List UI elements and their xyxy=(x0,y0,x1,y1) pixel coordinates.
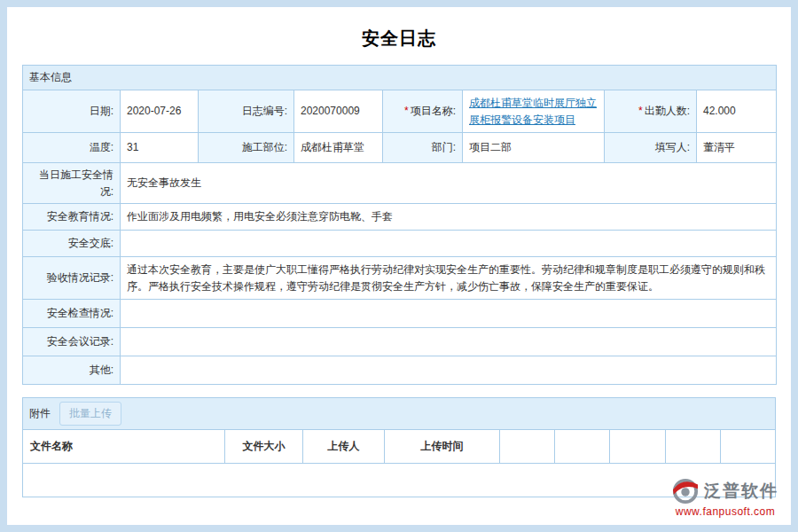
field-label: 验收情况记录: xyxy=(23,257,121,300)
detail-row-safety-inspection: 安全检查情况: xyxy=(23,300,777,328)
form-row-2: 温度: 31 施工部位: 成都杜甫草堂 部门: 项目二部 填写人: 董清平 xyxy=(23,133,777,163)
column-empty xyxy=(500,429,555,463)
log-number-label: 日志编号: xyxy=(199,90,294,133)
field-value: 无安全事故发生 xyxy=(121,163,777,204)
column-empty xyxy=(555,429,610,463)
writer-label: 填写人: xyxy=(605,133,697,163)
project-name-link[interactable]: 成都杜甫草堂临时展厅独立展柜报警设备安装项目 xyxy=(469,97,597,126)
batch-upload-button[interactable]: 批量上传 xyxy=(59,402,121,426)
column-empty xyxy=(665,429,720,463)
section-header-row: 基本信息 xyxy=(23,66,777,90)
page-title: 安全日志 xyxy=(22,16,776,65)
field-value: 作业面涉及用电频繁，用电安全必须注意穿防电靴、手套 xyxy=(121,204,777,231)
field-label: 当日施工安全情况: xyxy=(23,163,121,204)
detail-row-safety-disclosure: 安全交底: xyxy=(23,231,777,257)
fanpu-logo: 泛普软件 www.fanpusoft.com xyxy=(672,478,778,518)
department-value: 项目二部 xyxy=(463,133,605,163)
detail-row-safety-situation: 当日施工安全情况: 无安全事故发生 xyxy=(23,163,777,204)
field-value xyxy=(121,231,777,257)
column-file-name: 文件名称 xyxy=(23,429,225,463)
attendance-label: *出勤人数: xyxy=(605,90,697,133)
construction-site-label: 施工部位: xyxy=(199,133,294,163)
project-name-cell: 成都杜甫草堂临时展厅独立展柜报警设备安装项目 xyxy=(463,90,605,133)
required-asterisk: * xyxy=(638,105,643,117)
writer-value: 董清平 xyxy=(697,133,777,163)
date-value: 2020-07-26 xyxy=(121,90,199,133)
field-label: 安全教育情况: xyxy=(23,204,121,231)
field-label: 安全检查情况: xyxy=(23,300,121,328)
basic-info-table: 基本信息 日期: 2020-07-26 日志编号: 2020070009 *项目… xyxy=(22,65,777,385)
attachments-table: 附件 批量上传 文件名称 文件大小 上传人 上传时间 xyxy=(22,397,776,497)
field-label: 安全会议记录: xyxy=(23,328,121,356)
department-label: 部门: xyxy=(383,133,463,163)
detail-row-acceptance-record: 验收情况记录: 通过本次安全教育，主要是使广大职工懂得严格执行劳动纪律对实现安全… xyxy=(23,257,777,300)
basic-info-section-title: 基本信息 xyxy=(23,66,777,90)
temperature-label: 温度: xyxy=(23,133,121,163)
field-value xyxy=(121,356,777,385)
content-card: 安全日志 基本信息 日期: 2020-07-26 日志编号: 202007000… xyxy=(7,7,791,525)
field-value xyxy=(121,300,777,328)
detail-row-safety-meeting: 安全会议记录: xyxy=(23,328,777,356)
brand-name: 泛普软件 xyxy=(704,480,778,503)
detail-row-other: 其他: xyxy=(23,356,777,385)
project-name-label: *项目名称: xyxy=(383,90,463,133)
required-asterisk: * xyxy=(404,105,409,117)
column-file-size: 文件大小 xyxy=(225,429,303,463)
detail-row-safety-education: 安全教育情况: 作业面涉及用电频繁，用电安全必须注意穿防电靴、手套 xyxy=(23,204,777,231)
brand-url: www.fanpusoft.com xyxy=(672,505,778,518)
construction-site-value: 成都杜甫草堂 xyxy=(294,133,383,163)
date-label: 日期: xyxy=(23,90,121,133)
field-value: 通过本次安全教育，主要是使广大职工懂得严格执行劳动纪律对实现安全生产的重要性。劳… xyxy=(121,257,777,300)
field-label: 安全交底: xyxy=(23,231,121,257)
attachments-column-header-row: 文件名称 文件大小 上传人 上传时间 xyxy=(23,429,776,463)
field-label: 其他: xyxy=(23,356,121,385)
fanpu-logo-icon xyxy=(672,478,699,505)
attachments-section-title: 附件 xyxy=(29,405,51,422)
attachments-section-bar: 附件 批量上传 xyxy=(23,398,776,430)
attachments-empty-row xyxy=(23,463,776,497)
form-row-1: 日期: 2020-07-26 日志编号: 2020070009 *项目名称: 成… xyxy=(23,90,777,133)
log-number-value: 2020070009 xyxy=(294,90,383,133)
attendance-value: 42.000 xyxy=(697,90,777,133)
field-value xyxy=(121,328,777,356)
temperature-value: 31 xyxy=(121,133,199,163)
column-upload-time: 上传时间 xyxy=(385,429,500,463)
attachments-header-row: 附件 批量上传 xyxy=(23,398,776,430)
column-empty xyxy=(610,429,665,463)
column-empty xyxy=(720,429,775,463)
empty-attachment-row xyxy=(23,463,776,497)
column-uploader: 上传人 xyxy=(303,429,385,463)
